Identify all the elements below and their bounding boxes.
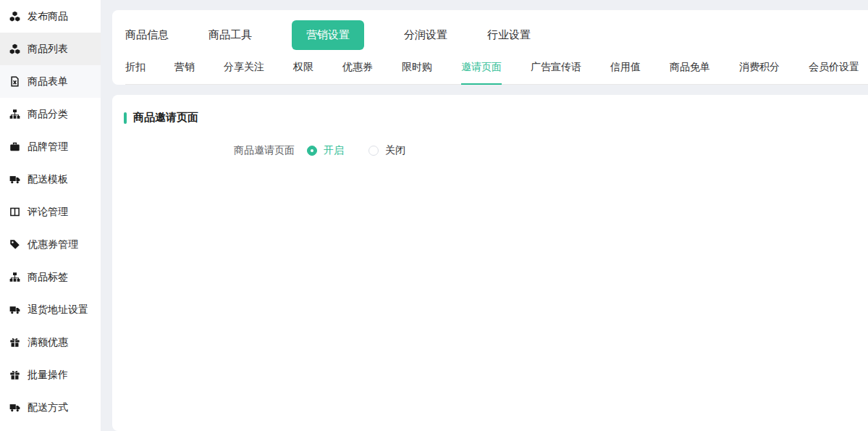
invite-page-radio-group: 开启 关闭 (307, 144, 405, 157)
sidebar-item-label: 配送方式 (28, 401, 68, 414)
truck-icon (9, 402, 20, 413)
sidebar-item-label: 批量操作 (28, 369, 68, 382)
briefcase-icon (9, 141, 20, 152)
secondary-tab-bar: 折扣 营销 分享关注 权限 优惠券 限时购 邀请页面 广告宣传语 信用值 商品免… (125, 57, 868, 85)
sidebar-item[interactable]: 商品分类 (0, 98, 101, 130)
tabs-panel: 商品信息 商品工具 营销设置 分润设置 行业设置 折扣 营销 分享关注 权限 优… (112, 10, 868, 85)
secondary-tab[interactable]: 广告宣传语 (531, 57, 581, 85)
radio-option[interactable]: 开启 (307, 144, 344, 157)
truck-icon (9, 174, 20, 185)
sidebar-item[interactable]: 批量操作 (0, 359, 101, 391)
cubes-icon (9, 11, 20, 22)
secondary-tab[interactable]: 会员价设置 (809, 57, 859, 85)
primary-tab[interactable]: 分润设置 (404, 20, 447, 51)
sidebar-item[interactable]: 满额优惠 (0, 326, 101, 359)
secondary-tab[interactable]: 分享关注 (224, 57, 264, 85)
primary-tab-bar: 商品信息 商品工具 营销设置 分润设置 行业设置 (125, 20, 868, 51)
sidebar-item-label: 优惠券管理 (28, 238, 78, 251)
secondary-tab[interactable]: 邀请页面 (461, 57, 502, 85)
sitemap-icon (9, 272, 20, 283)
secondary-tab[interactable]: 信用值 (610, 57, 641, 85)
sidebar-item[interactable]: 发布商品 (0, 0, 101, 33)
sidebar-item-label: 配送模板 (28, 173, 68, 186)
secondary-tab[interactable]: 营销 (174, 57, 195, 85)
gift-icon (9, 369, 20, 380)
sitemap-icon (9, 109, 20, 120)
truck-icon (9, 304, 20, 315)
secondary-tab[interactable]: 限时购 (402, 57, 432, 85)
primary-tab[interactable]: 商品信息 (125, 20, 169, 51)
primary-tab[interactable]: 行业设置 (487, 20, 531, 51)
tag-icon (9, 239, 20, 250)
radio-circle-icon (368, 146, 379, 156)
section-accent-bar (124, 112, 127, 124)
invite-page-form-label: 商品邀请页面 (124, 144, 295, 157)
secondary-tab[interactable]: 商品免单 (670, 57, 710, 85)
cubes-icon (9, 43, 20, 54)
sidebar-item[interactable]: 配送模板 (0, 163, 101, 196)
primary-tab[interactable]: 商品工具 (208, 20, 252, 51)
sidebar-item[interactable]: 商品标签 (0, 261, 101, 293)
sidebar-item-label: 商品表单 (28, 75, 68, 88)
sidebar-item[interactable]: 优惠券管理 (0, 228, 101, 261)
secondary-tab[interactable]: 优惠券 (342, 57, 373, 85)
sidebar-item-label: 商品标签 (28, 271, 68, 284)
sidebar-item[interactable]: 退货地址设置 (0, 293, 101, 326)
primary-tab[interactable]: 营销设置 (292, 20, 364, 50)
sidebar-item-label: 商品分类 (28, 108, 68, 121)
sidebar-item-label: 品牌管理 (28, 141, 68, 154)
sidebar-item[interactable]: 评论管理 (0, 196, 101, 228)
radio-option[interactable]: 关闭 (368, 144, 405, 157)
invite-page-form-row: 商品邀请页面 开启 关闭 (124, 144, 868, 157)
sidebar-item-label: 发布商品 (28, 10, 68, 23)
sidebar-item-label: 商品列表 (28, 43, 68, 56)
content-panel: 商品邀请页面 商品邀请页面 开启 关闭 (112, 95, 868, 431)
sidebar-item-label: 满额优惠 (28, 336, 68, 349)
gift-icon (9, 337, 20, 348)
section-header: 商品邀请页面 (124, 111, 868, 125)
radio-option-label: 开启 (324, 144, 344, 157)
file-excel-icon (9, 76, 20, 87)
secondary-tab[interactable]: 折扣 (125, 57, 146, 85)
sidebar-item[interactable]: 商品表单 (0, 65, 101, 98)
sidebar-item[interactable]: 品牌管理 (0, 130, 101, 163)
sidebar-item-label: 退货地址设置 (28, 304, 88, 317)
sidebar: 发布商品 商品列表 商品表单 商品分类 品牌管理 配送模板 评论管理 (0, 0, 101, 431)
sidebar-item[interactable]: 商品列表 (0, 33, 101, 65)
sidebar-item-label: 评论管理 (28, 206, 68, 219)
main-area: 商品信息 商品工具 营销设置 分润设置 行业设置 折扣 营销 分享关注 权限 优… (112, 0, 868, 431)
sidebar-item[interactable]: 配送方式 (0, 391, 101, 424)
radio-circle-icon (307, 146, 317, 156)
secondary-tab[interactable]: 权限 (293, 57, 313, 85)
section-title: 商品邀请页面 (133, 111, 198, 125)
columns-icon (9, 206, 20, 217)
secondary-tab[interactable]: 消费积分 (739, 57, 780, 85)
radio-option-label: 关闭 (385, 144, 405, 157)
